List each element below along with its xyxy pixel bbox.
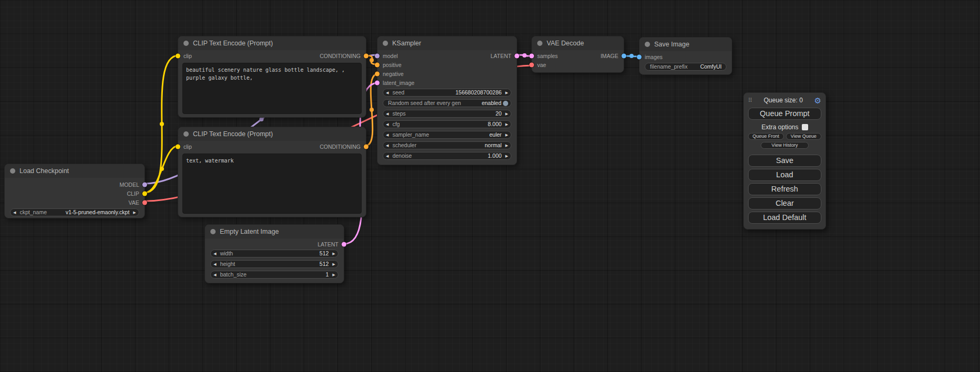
view-history-button[interactable]: View History: [761, 142, 809, 149]
decrement-arrow-icon[interactable]: ◀: [386, 112, 389, 116]
collapse-dot-icon[interactable]: [537, 41, 542, 46]
increment-arrow-icon[interactable]: ▶: [506, 144, 508, 147]
model-input-port[interactable]: [375, 53, 380, 58]
gear-icon[interactable]: ⚙: [814, 97, 821, 104]
decrement-arrow-icon[interactable]: ◀: [386, 133, 389, 137]
increment-arrow-icon[interactable]: ▶: [506, 91, 508, 94]
samples-input-port[interactable]: [529, 53, 534, 58]
clip-input-port[interactable]: [176, 144, 180, 149]
widget-cfg[interactable]: ◀ cfg 8.000 ▶: [383, 120, 511, 128]
view-queue-button[interactable]: View Queue: [786, 133, 822, 140]
load-button[interactable]: Load: [748, 169, 821, 181]
image-output-port[interactable]: [622, 53, 626, 58]
decrement-arrow-icon[interactable]: ◀: [214, 252, 216, 255]
wire-midpoint-dot[interactable]: [259, 117, 264, 121]
decrement-arrow-icon[interactable]: ◀: [386, 154, 389, 158]
increment-arrow-icon[interactable]: ▶: [506, 133, 508, 137]
widget-value: v1-5-pruned-emaonly.ckpt: [65, 209, 129, 215]
vae-output-port[interactable]: [142, 200, 147, 205]
conditioning-output-port[interactable]: [364, 53, 368, 58]
node-title-bar[interactable]: CLIP Text Encode (Prompt): [178, 127, 366, 141]
node-clip-text-encode-negative[interactable]: CLIP Text Encode (Prompt) clip CONDITION…: [178, 127, 366, 217]
collapse-dot-icon[interactable]: [645, 42, 650, 47]
node-title-bar[interactable]: CLIP Text Encode (Prompt): [178, 36, 366, 50]
widget-sampler-name[interactable]: ◀ sampler_name euler ▶: [383, 131, 511, 139]
node-clip-text-encode-positive[interactable]: CLIP Text Encode (Prompt) clip CONDITION…: [178, 36, 366, 118]
slot-row: CLIP: [5, 189, 144, 198]
widget-label: seed: [392, 90, 404, 96]
widget-denoise[interactable]: ◀ denoise 1.000 ▶: [383, 152, 511, 160]
node-title-bar[interactable]: KSampler: [377, 36, 517, 50]
widget-ckpt-name[interactable]: ◀ ckpt_name v1-5-pruned-emaonly.ckpt ▶: [10, 208, 139, 216]
increment-arrow-icon[interactable]: ▶: [506, 112, 508, 116]
increment-arrow-icon[interactable]: ▶: [133, 211, 136, 214]
load-default-button[interactable]: Load Default: [748, 212, 821, 224]
widget-label: ckpt_name: [20, 209, 46, 215]
node-title-bar[interactable]: Load Checkpoint: [5, 164, 144, 178]
node-load-checkpoint[interactable]: Load Checkpoint MODEL CLIP VAE ◀ ckpt_na…: [4, 164, 145, 218]
latent-output-port[interactable]: [515, 53, 519, 58]
widget-scheduler[interactable]: ◀ scheduler normal ▶: [383, 141, 511, 149]
node-empty-latent-image[interactable]: Empty Latent Image LATENT ◀ width 512 ▶ …: [205, 224, 344, 283]
clip-output-port[interactable]: [142, 191, 147, 196]
increment-arrow-icon[interactable]: ▶: [333, 252, 335, 255]
widget-width[interactable]: ◀ width 512 ▶: [210, 250, 338, 257]
collapse-dot-icon[interactable]: [210, 229, 216, 234]
latent-image-input-port[interactable]: [375, 80, 380, 85]
widget-batch-size[interactable]: ◀ batch_size 1 ▶: [210, 271, 338, 279]
widget-value: 8.000: [488, 121, 501, 127]
widget-height[interactable]: ◀ height 512 ▶: [210, 260, 338, 268]
widget-filename-prefix[interactable]: filename_prefix ComfyUI: [645, 63, 726, 71]
wire-midpoint-dot[interactable]: [629, 54, 634, 58]
refresh-button[interactable]: Refresh: [748, 183, 821, 195]
graph-canvas[interactable]: Load Checkpoint MODEL CLIP VAE ◀ ckpt_na…: [0, 0, 980, 372]
widget-random-seed-toggle[interactable]: Random seed after every gen enabled: [383, 99, 511, 107]
wire-midpoint-dot[interactable]: [160, 122, 164, 126]
positive-input-port[interactable]: [375, 62, 380, 67]
latent-output-port[interactable]: [342, 242, 346, 246]
clear-button[interactable]: Clear: [748, 197, 821, 209]
wire-midpoint-dot[interactable]: [370, 108, 374, 112]
collapse-dot-icon[interactable]: [183, 131, 189, 137]
vae-input-port[interactable]: [529, 62, 534, 67]
node-title-bar[interactable]: Empty Latent Image: [205, 225, 344, 239]
toggle-knob-icon[interactable]: [503, 101, 508, 106]
widget-steps[interactable]: ◀ steps 20 ▶: [383, 110, 511, 118]
model-output-port[interactable]: [142, 182, 147, 187]
increment-arrow-icon[interactable]: ▶: [333, 262, 335, 266]
queue-front-button[interactable]: Queue Front: [748, 133, 784, 140]
drag-handle-icon[interactable]: ⠿: [748, 97, 752, 104]
node-save-image[interactable]: Save Image images filename_prefix ComfyU…: [639, 37, 732, 75]
input-label-negative: negative: [383, 71, 404, 77]
node-ksampler[interactable]: KSampler model LATENT positive negative …: [377, 36, 517, 165]
extra-options-checkbox[interactable]: [802, 124, 808, 130]
conditioning-output-port[interactable]: [364, 144, 368, 149]
decrement-arrow-icon[interactable]: ◀: [13, 211, 16, 214]
collapse-dot-icon[interactable]: [383, 41, 388, 46]
widget-seed[interactable]: ◀ seed 156680208700286 ▶: [383, 89, 511, 97]
decrement-arrow-icon[interactable]: ◀: [214, 262, 216, 266]
increment-arrow-icon[interactable]: ▶: [506, 154, 508, 158]
wire-midpoint-dot[interactable]: [370, 58, 374, 62]
wire-midpoint-dot[interactable]: [522, 53, 527, 58]
increment-arrow-icon[interactable]: ▶: [333, 273, 335, 276]
negative-input-port[interactable]: [375, 71, 380, 76]
queue-prompt-button[interactable]: Queue Prompt: [748, 108, 821, 120]
decrement-arrow-icon[interactable]: ◀: [386, 144, 389, 147]
decrement-arrow-icon[interactable]: ◀: [386, 91, 389, 94]
widget-label: scheduler: [392, 142, 416, 148]
decrement-arrow-icon[interactable]: ◀: [386, 122, 389, 126]
images-input-port[interactable]: [637, 54, 642, 59]
decrement-arrow-icon[interactable]: ◀: [214, 273, 216, 276]
prompt-textarea[interactable]: beautiful scenery nature glass bottle la…: [182, 63, 362, 114]
collapse-dot-icon[interactable]: [183, 41, 189, 46]
clip-input-port[interactable]: [176, 53, 180, 58]
node-vae-decode[interactable]: VAE Decode samples IMAGE vae: [531, 36, 624, 73]
prompt-textarea[interactable]: text, watermark: [182, 154, 362, 214]
wire-midpoint-dot[interactable]: [160, 167, 164, 171]
node-title-bar[interactable]: VAE Decode: [532, 36, 624, 50]
node-title-bar[interactable]: Save Image: [639, 37, 732, 51]
increment-arrow-icon[interactable]: ▶: [506, 122, 508, 126]
save-button[interactable]: Save: [748, 155, 821, 167]
collapse-dot-icon[interactable]: [10, 168, 15, 174]
